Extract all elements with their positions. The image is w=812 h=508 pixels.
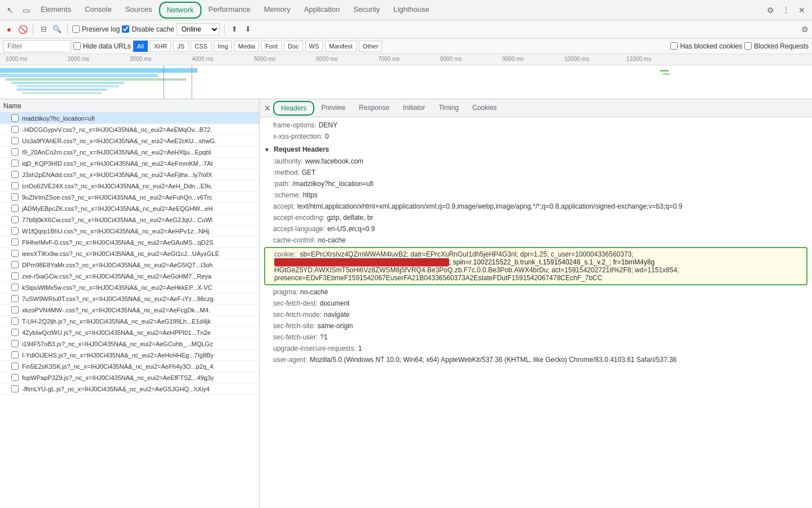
request-checkbox-1[interactable] <box>11 126 19 133</box>
request-checkbox-13[interactable] <box>11 261 19 268</box>
search-button[interactable]: 🔍 <box>51 24 63 35</box>
hide-data-urls-checkbox[interactable] <box>73 42 81 50</box>
detail-tab-timing[interactable]: Timing <box>432 99 466 117</box>
tab-security[interactable]: Security <box>346 0 387 20</box>
request-item-1[interactable]: -I4DCGGypvV.css?_nc_x=IHJ0Ci435NA&_nc_eu… <box>0 124 259 135</box>
request-checkbox-9[interactable] <box>11 216 19 223</box>
tab-console[interactable]: Console <box>78 0 118 20</box>
request-item-15[interactable]: kStpuWtMx5w.css?_nc_x=IHJ0Ci435NA&_nc_eu… <box>0 282 259 293</box>
detail-tab-response[interactable]: Response <box>352 99 396 117</box>
request-checkbox-0[interactable] <box>11 114 19 122</box>
request-checkbox-23[interactable] <box>11 374 19 381</box>
detail-tab-headers[interactable]: Headers <box>273 101 314 116</box>
request-item-21[interactable]: I-YdiOiJEHS.js?_nc_x=IHJ0Ci435NA&_nc_eui… <box>0 350 259 361</box>
request-item-24[interactable]: -lftmLYU-gL.js?_nc_x=IHJ0Ci435NA&_nc_eui… <box>0 383 259 395</box>
filter-other[interactable]: Other <box>359 41 383 52</box>
disable-cache-label[interactable]: Disable cache <box>122 25 174 33</box>
timeline-graph[interactable] <box>0 65 812 99</box>
request-item-23[interactable]: fopWPapP3Z9.js?_nc_x=IHJ0Ci435NA&_nc_eui… <box>0 372 259 383</box>
request-item-19[interactable]: 4ZybIwQctWU.js?_nc_x=IHJ0Ci435NA&_nc_eui… <box>0 327 259 338</box>
request-checkbox-8[interactable] <box>11 205 19 212</box>
request-item-20[interactable]: i19iIF57oB3.js?_nc_x=IHJ0Ci435NA&_nc_eui… <box>0 338 259 350</box>
filter-xhr[interactable]: XHR <box>150 41 171 52</box>
request-checkbox-24[interactable] <box>11 385 19 392</box>
request-item-2[interactable]: Us3a9fYAhER.css?_nc_x=IHJ0Ci435NA&_nc_eu… <box>0 135 259 147</box>
request-item-13[interactable]: DPm98E8YaMr.css?_nc_x=IHJ0Ci435NA&_nc_eu… <box>0 259 259 271</box>
has-blocked-cookies-checkbox[interactable] <box>670 42 678 50</box>
import-har-button[interactable]: ⬆ <box>229 24 240 35</box>
tab-elements[interactable]: Elements <box>34 0 78 20</box>
request-item-8[interactable]: jADMyEBpcZK.css?_nc_x=IHJ0Ci435NA&_nc_eu… <box>0 203 259 214</box>
filter-font[interactable]: Font <box>261 41 282 52</box>
request-item-6[interactable]: cnOo62VE24X.css?_nc_x=IHJ0Ci435NA&_nc_eu… <box>0 180 259 192</box>
request-checkbox-18[interactable] <box>11 317 19 325</box>
request-checkbox-17[interactable] <box>11 306 19 313</box>
detail-close-button[interactable]: ✕ <box>262 103 273 114</box>
request-item-11[interactable]: FlHheIMvF-0.css?_nc_x=IHJ0Ci435NA&_nc_eu… <box>0 237 259 248</box>
hide-data-urls-label[interactable]: Hide data URLs <box>73 42 131 50</box>
request-item-4[interactable]: iqD_KQP3HID.css?_nc_x=IHJ0Ci435NA&_nc_eu… <box>0 158 259 169</box>
request-headers-title[interactable]: ▼ Request Headers <box>264 145 807 153</box>
blocked-requests-label[interactable]: Blocked Requests <box>744 42 809 50</box>
request-item-3[interactable]: I9_20AnCo2m.css?_nc_x=IHJ0Ci435NA&_nc_eu… <box>0 147 259 158</box>
tab-network[interactable]: Network <box>159 2 202 19</box>
inspect-icon[interactable]: ↖ <box>2 2 18 18</box>
filter-ws[interactable]: WS <box>305 41 323 52</box>
detail-tab-initiator[interactable]: Initiator <box>396 99 432 117</box>
request-item-12[interactable]: ieexXTIKx9w.css?_nc_x=IHJ0Ci435NA&_nc_eu… <box>0 248 259 259</box>
device-icon[interactable]: ▭ <box>18 2 34 18</box>
request-item-10[interactable]: W1fQqrp1BhU.css?_nc_x=IHJ0Ci435NA&_nc_eu… <box>0 226 259 237</box>
request-checkbox-16[interactable] <box>11 295 19 302</box>
filter-img[interactable]: Img <box>214 41 232 52</box>
tab-sources[interactable]: Sources <box>118 0 159 20</box>
disable-cache-checkbox[interactable] <box>122 25 129 33</box>
request-checkbox-22[interactable] <box>11 363 19 370</box>
preserve-log-checkbox[interactable] <box>72 25 80 33</box>
request-checkbox-12[interactable] <box>11 250 19 257</box>
record-button[interactable]: ● <box>3 24 15 35</box>
request-checkbox-5[interactable] <box>11 171 19 178</box>
filter-input[interactable] <box>3 40 71 52</box>
has-blocked-cookies-label[interactable]: Has blocked cookies <box>670 42 742 50</box>
request-checkbox-19[interactable] <box>11 329 19 336</box>
tab-application[interactable]: Application <box>297 0 347 20</box>
detail-tab-cookies[interactable]: Cookies <box>466 99 503 117</box>
detail-tab-preview[interactable]: Preview <box>314 99 352 117</box>
filter-button[interactable]: ⊟ <box>38 24 49 35</box>
request-item-14[interactable]: zxe-r5iaGCw.css?_nc_x=IHJ0Ci435NA&_nc_eu… <box>0 271 259 282</box>
request-checkbox-3[interactable] <box>11 148 19 156</box>
devtools-settings-icon[interactable]: ⚙ <box>762 2 778 18</box>
network-settings-button[interactable]: ⚙ <box>801 25 809 34</box>
tab-performance[interactable]: Performance <box>201 0 257 20</box>
devtools-more-icon[interactable]: ⋮ <box>778 2 794 18</box>
request-item-7[interactable]: 9uZhrImZSoe.css?_nc_x=IHJ0Ci435NA&_nc_eu… <box>0 192 259 203</box>
request-checkbox-11[interactable] <box>11 238 19 246</box>
export-har-button[interactable]: ⬇ <box>243 24 254 35</box>
devtools-close-icon[interactable]: ✕ <box>794 2 810 18</box>
request-checkbox-6[interactable] <box>11 182 19 189</box>
request-checkbox-7[interactable] <box>11 193 19 201</box>
tab-lighthouse[interactable]: Lighthouse <box>387 0 436 20</box>
clear-button[interactable]: 🚫 <box>17 24 28 35</box>
filter-css[interactable]: CSS <box>191 41 212 52</box>
blocked-requests-checkbox[interactable] <box>744 42 752 50</box>
request-checkbox-20[interactable] <box>11 340 19 347</box>
request-item-16[interactable]: 7uSW9WRIu0T.css?_nc_x=IHJ0Ci435NA&_nc_eu… <box>0 293 259 304</box>
request-item-18[interactable]: T-UH-2Q2ljh.js?_nc_x=IHJ0Ci435NA&_nc_eui… <box>0 316 259 327</box>
request-checkbox-21[interactable] <box>11 351 19 359</box>
preserve-log-label[interactable]: Preserve log <box>72 25 120 33</box>
request-item-22[interactable]: Fin5E2sK3SK.js?_nc_x=IHJ0Ci435NA&_nc_eui… <box>0 361 259 372</box>
request-item-17[interactable]: xkzoPVN4MW-.css?_nc_x=IHJ0Ci435NA&_nc_eu… <box>0 304 259 316</box>
throttle-select[interactable]: Online Fast 3G Slow 3G Offline <box>177 23 220 36</box>
request-checkbox-15[interactable] <box>11 284 19 291</box>
request-checkbox-10[interactable] <box>11 227 19 235</box>
request-item-5[interactable]: J3sh2pENAdd.css?_nc_x=IHJ0Ci435NA&_nc_eu… <box>0 169 259 180</box>
request-checkbox-14[interactable] <box>11 272 19 280</box>
request-item-9[interactable]: 77b8j0kX6Cw.css?_nc_x=IHJ0Ci435NA&_nc_eu… <box>0 214 259 226</box>
tab-memory[interactable]: Memory <box>257 0 297 20</box>
filter-all[interactable]: All <box>133 41 148 52</box>
request-item-0[interactable]: madziikoy?hc_location=ufi <box>0 113 259 124</box>
request-checkbox-2[interactable] <box>11 137 19 144</box>
request-checkbox-4[interactable] <box>11 160 19 167</box>
filter-manifest[interactable]: Manifest <box>325 41 357 52</box>
